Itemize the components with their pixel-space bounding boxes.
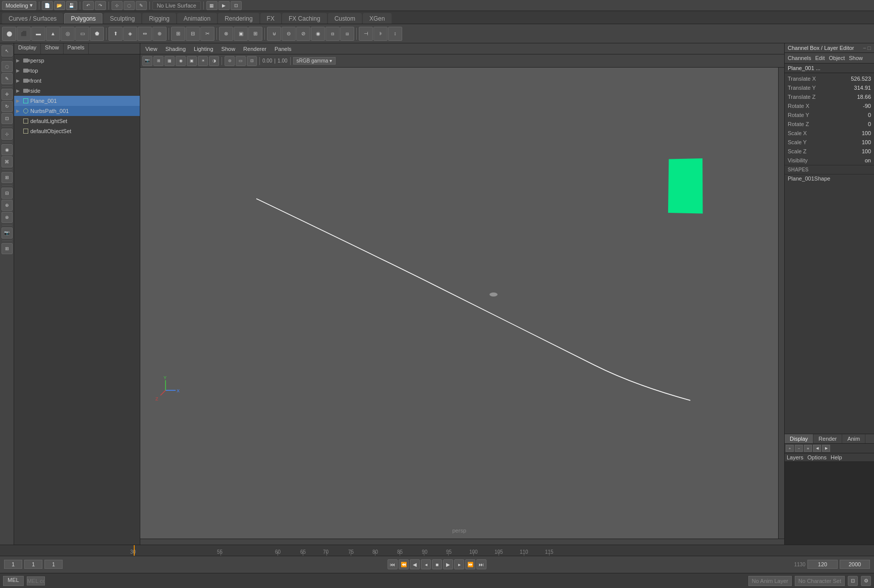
sculpt-tool[interactable]: ⌘ xyxy=(2,156,13,167)
help-menu[interactable]: Help xyxy=(831,454,842,460)
ipr-btn[interactable]: ⊡ xyxy=(231,1,242,10)
cb-tab-object[interactable]: Object xyxy=(829,55,845,61)
lighting-menu[interactable]: Lighting xyxy=(191,45,216,52)
cb-tab-edit[interactable]: Edit xyxy=(815,55,825,61)
move-tool[interactable]: ✛ xyxy=(2,89,13,100)
soft-modify[interactable]: ◉ xyxy=(2,144,13,155)
view-menu[interactable]: View xyxy=(142,45,160,52)
tab-rendering[interactable]: Rendering xyxy=(218,13,259,24)
layer-prev-btn[interactable]: ◀ xyxy=(813,445,821,452)
step-fwd-btn[interactable]: ⏩ xyxy=(465,559,475,569)
channel-translate-y[interactable]: Translate Y 314.91 xyxy=(785,83,874,92)
outliner-item-side[interactable]: ▶ side xyxy=(14,86,140,96)
camera-tool[interactable]: 📷 xyxy=(2,227,13,239)
layer-options-btn[interactable]: ≡ xyxy=(804,445,812,452)
scale-tool[interactable]: ⊡ xyxy=(2,113,13,124)
insert-edge-btn[interactable]: ⊞ xyxy=(171,27,185,41)
cube-btn[interactable]: ⬛ xyxy=(17,27,31,41)
channel-translate-z[interactable]: Translate Z 18.66 xyxy=(785,92,874,101)
tab-custom[interactable]: Custom xyxy=(328,13,362,24)
lasso-btn[interactable]: ◌ xyxy=(124,1,135,10)
mel-python-toggle[interactable]: MEL xyxy=(3,576,24,586)
tab-fx-caching[interactable]: FX Caching xyxy=(282,13,327,24)
go-to-start-btn[interactable]: ⏮ xyxy=(388,559,398,569)
resolution-gate-btn[interactable]: ▭ xyxy=(236,56,246,66)
outliner-item-defaultobjectset[interactable]: defaultObjectSet xyxy=(14,126,140,136)
cb-maximize-btn[interactable]: □ xyxy=(867,45,871,51)
cone-btn[interactable]: ▲ xyxy=(46,27,60,41)
open-file-btn[interactable]: 📂 xyxy=(54,1,65,10)
le-tab-anim[interactable]: Anim xyxy=(842,434,865,443)
undo-btn[interactable]: ↶ xyxy=(83,1,94,10)
channel-scale-z[interactable]: Scale Z 100 xyxy=(785,147,874,156)
plane-btn[interactable]: ▭ xyxy=(75,27,89,41)
next-frame-btn[interactable]: ▸ xyxy=(454,559,464,569)
new-file-btn[interactable]: 📄 xyxy=(42,1,53,10)
tab-polygons[interactable]: Polygons xyxy=(64,13,102,24)
wireframe-btn[interactable]: ▦ xyxy=(165,56,175,66)
play-back-btn[interactable]: ◂ xyxy=(421,559,431,569)
fill-hole-btn[interactable]: ▣ xyxy=(234,27,248,41)
lasso-tool[interactable]: ◌ xyxy=(2,61,13,72)
tab-rigging[interactable]: Rigging xyxy=(142,13,176,24)
channel-scale-y[interactable]: Scale Y 100 xyxy=(785,138,874,147)
layer-next-btn[interactable]: ▶ xyxy=(822,445,830,452)
start-frame-input[interactable] xyxy=(4,560,22,569)
outliner-item-defaultlightset[interactable]: defaultLightSet xyxy=(14,116,140,126)
redo-btn[interactable]: ↷ xyxy=(95,1,106,10)
layer-new-btn[interactable]: + xyxy=(786,445,794,452)
remesh-btn[interactable]: ⧈ xyxy=(325,27,340,41)
shadow-btn[interactable]: ◑ xyxy=(209,56,219,66)
channel-visibility[interactable]: Visibility on xyxy=(785,156,874,165)
outliner-item-nurbspath001[interactable]: ▶ NurbsPath_001 xyxy=(14,106,140,116)
shading-menu[interactable]: Shading xyxy=(162,45,189,52)
render-settings-btn[interactable]: ▦ xyxy=(206,1,217,10)
select-tool-btn[interactable]: ⊹ xyxy=(112,1,123,10)
shaded-btn[interactable]: ◉ xyxy=(176,56,186,66)
shapes-plane001-shape[interactable]: Plane_001Shape xyxy=(785,174,874,183)
mode-dropdown[interactable]: Modeling ▾ xyxy=(2,1,36,10)
outliner-panels-btn[interactable]: Panels xyxy=(64,43,89,54)
offset-edge-btn[interactable]: ⊟ xyxy=(186,27,200,41)
cb-tab-channels[interactable]: Channels xyxy=(788,55,811,61)
viewport-canvas[interactable]: X Y Z persp xyxy=(140,68,778,539)
le-tab-display[interactable]: Display xyxy=(785,434,813,443)
combine-btn[interactable]: ⊎ xyxy=(267,27,281,41)
channel-rotate-z[interactable]: Rotate Z 0 xyxy=(785,120,874,129)
channel-rotate-x[interactable]: Rotate X -90 xyxy=(785,101,874,110)
quick-layout[interactable]: ⊞ xyxy=(2,243,13,254)
snap-to-grid[interactable]: ⊟ xyxy=(2,188,13,199)
panels-menu[interactable]: Panels xyxy=(271,45,295,52)
channel-scale-x[interactable]: Scale X 100 xyxy=(785,129,874,138)
boolean-btn[interactable]: ⊘ xyxy=(296,27,310,41)
grid-btn[interactable]: ⊞ xyxy=(153,56,163,66)
cb-tab-show[interactable]: Show xyxy=(849,55,863,61)
channel-rotate-y[interactable]: Rotate Y 0 xyxy=(785,110,874,120)
current-frame-input[interactable] xyxy=(24,560,42,569)
paint-select-tool[interactable]: ✎ xyxy=(2,73,13,84)
go-to-end-btn[interactable]: ⏭ xyxy=(476,559,486,569)
timeline-ruler[interactable]: 30 55 60 65 70 75 80 85 90 95 100 105 11… xyxy=(0,545,874,556)
end-range-input[interactable] xyxy=(807,560,838,569)
prev-frame-btn[interactable]: ◀ xyxy=(410,559,420,569)
outliner-item-top[interactable]: ▶ top xyxy=(14,66,140,76)
tab-curves-surfaces[interactable]: Curves / Surfaces xyxy=(2,13,63,24)
torus-btn[interactable]: ◎ xyxy=(61,27,75,41)
tab-animation[interactable]: Animation xyxy=(177,13,217,24)
script-editor-btn[interactable]: ⊡ xyxy=(848,576,858,586)
play-fwd-btn[interactable]: ▶ xyxy=(443,559,453,569)
tab-sculpting[interactable]: Sculpting xyxy=(103,13,141,24)
sphere-btn[interactable]: ⬤ xyxy=(2,27,16,41)
merge-btn[interactable]: ⊕ xyxy=(152,27,167,41)
save-file-btn[interactable]: 💾 xyxy=(66,1,77,10)
viewport-hscroll[interactable] xyxy=(140,539,784,545)
subframe-input[interactable]: 1 xyxy=(44,560,63,569)
bevel-btn[interactable]: ◈ xyxy=(123,27,137,41)
append-btn[interactable]: ⊞ xyxy=(248,27,262,41)
snap-to-curve[interactable]: ⊕ xyxy=(2,200,13,211)
preferences-btn[interactable]: ⚙ xyxy=(861,576,871,586)
split-btn[interactable]: ✂ xyxy=(200,27,214,41)
renderer-menu[interactable]: Renderer xyxy=(240,45,269,52)
show-manip-tool[interactable]: ⊞ xyxy=(2,172,13,183)
options-menu[interactable]: Options xyxy=(807,454,827,460)
